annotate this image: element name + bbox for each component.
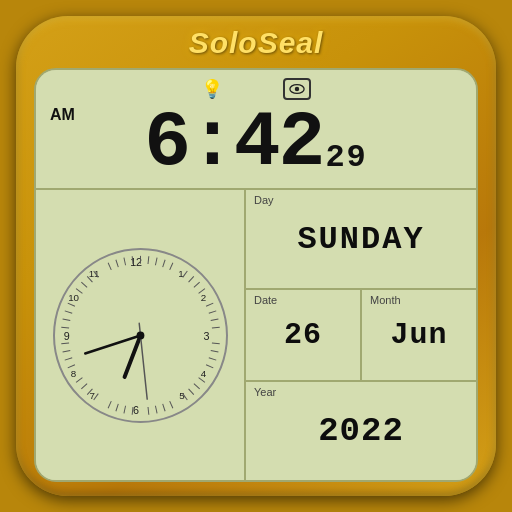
day-label: Day: [254, 194, 274, 206]
svg-line-29: [208, 357, 215, 359]
svg-text:4: 4: [200, 368, 206, 379]
bulb-icon[interactable]: 💡: [201, 78, 223, 100]
svg-text:2: 2: [200, 291, 205, 302]
hours-display: 6:42: [144, 104, 323, 182]
svg-text:10: 10: [68, 291, 79, 302]
svg-line-23: [206, 303, 213, 306]
month-label: Month: [370, 294, 401, 306]
svg-line-35: [169, 401, 172, 408]
svg-line-61: [123, 257, 125, 265]
main-panel: 💡 AM 6:42 29: [34, 68, 478, 482]
date-info-panel: Day SUNDAY Date 26 Month Jun Yea: [246, 190, 476, 480]
svg-text:5: 5: [179, 389, 185, 400]
date-month-row: Date 26 Month Jun: [246, 290, 476, 382]
bottom-section: 12 3 6 9 1 2 4 5 7 8 10 11: [36, 190, 476, 480]
svg-text:8: 8: [70, 368, 75, 379]
svg-line-45: [81, 383, 87, 388]
svg-text:3: 3: [203, 329, 209, 341]
svg-line-38: [148, 406, 149, 414]
svg-line-56: [81, 282, 87, 287]
svg-line-25: [210, 318, 218, 320]
svg-line-52: [62, 318, 70, 320]
svg-line-60: [115, 259, 117, 266]
svg-point-1: [295, 87, 299, 91]
outer-frame: SoloSeal 💡 AM 6:42 29: [16, 16, 496, 496]
month-value: Jun: [390, 318, 447, 352]
svg-line-46: [76, 377, 82, 382]
day-row: Day SUNDAY: [246, 190, 476, 290]
svg-line-54: [67, 303, 74, 306]
svg-line-42: [108, 401, 111, 408]
svg-line-24: [208, 310, 215, 312]
year-value: 2022: [318, 412, 404, 450]
svg-line-37: [155, 405, 157, 413]
svg-point-66: [136, 331, 144, 339]
svg-text:6: 6: [133, 404, 139, 416]
analog-clock-panel: 12 3 6 9 1 2 4 5 7 8 10 11: [36, 190, 246, 480]
svg-line-59: [108, 262, 111, 269]
svg-text:11: 11: [88, 268, 99, 279]
svg-line-28: [210, 350, 218, 352]
svg-line-26: [211, 327, 219, 328]
svg-line-32: [193, 383, 199, 388]
svg-line-36: [162, 403, 164, 410]
svg-line-53: [64, 310, 71, 312]
svg-line-50: [61, 343, 69, 344]
svg-line-48: [64, 357, 71, 359]
svg-line-17: [162, 259, 164, 266]
svg-line-51: [61, 327, 69, 328]
svg-text:9: 9: [63, 329, 69, 341]
date-value: 26: [284, 318, 322, 352]
svg-line-15: [148, 256, 149, 264]
year-label: Year: [254, 386, 276, 398]
month-cell: Month Jun: [362, 290, 476, 380]
svg-line-30: [206, 364, 213, 367]
eye-icon[interactable]: [283, 78, 311, 100]
svg-line-21: [193, 282, 199, 287]
svg-line-33: [188, 388, 193, 394]
clock-face: 12 3 6 9 1 2 4 5 7 8 10 11: [53, 248, 228, 423]
svg-line-27: [211, 343, 219, 344]
svg-line-40: [123, 405, 125, 413]
svg-line-41: [115, 403, 117, 410]
date-label: Date: [254, 294, 277, 306]
year-row: Year 2022: [246, 382, 476, 480]
svg-line-49: [62, 350, 70, 352]
top-section: 💡 AM 6:42 29: [36, 70, 476, 190]
svg-line-63: [124, 335, 140, 377]
digital-time-display: 6:42 29: [50, 104, 462, 182]
svg-line-64: [85, 335, 140, 353]
seconds-display: 29: [325, 142, 367, 174]
svg-line-20: [188, 276, 193, 282]
app-title: SoloSeal: [189, 26, 324, 60]
svg-line-18: [169, 262, 172, 269]
day-value: SUNDAY: [297, 221, 424, 258]
date-cell: Date 26: [246, 290, 362, 380]
svg-line-16: [155, 257, 157, 265]
svg-text:1: 1: [178, 268, 183, 279]
icons-row: 💡: [50, 78, 462, 100]
am-pm-label: AM: [50, 106, 75, 124]
